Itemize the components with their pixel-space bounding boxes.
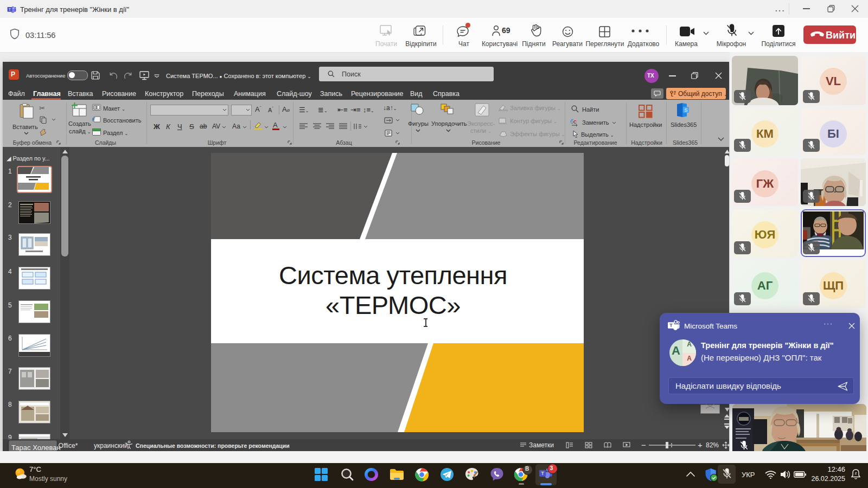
svg-text:T: T: [9, 8, 11, 12]
svg-text:S: S: [684, 107, 687, 113]
svg-text:T: T: [669, 322, 673, 328]
svg-text:z: z: [855, 471, 857, 476]
svg-text:T: T: [541, 470, 544, 476]
